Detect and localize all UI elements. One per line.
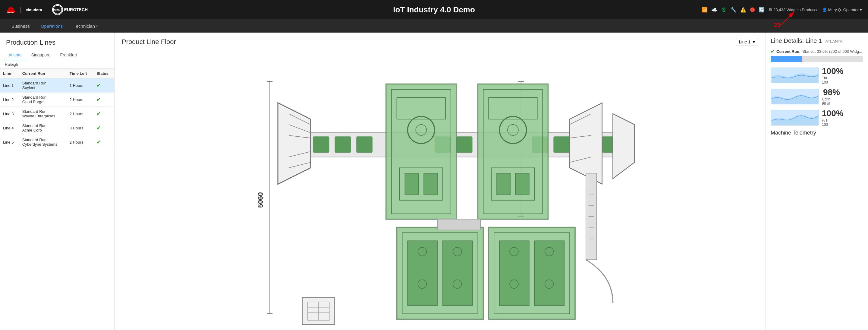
line-selector-chevron-icon: ▾ xyxy=(753,39,755,44)
left-panel: Production Lines Atlanta Singapore Frank… xyxy=(0,33,115,330)
col-current-run: Current Run xyxy=(19,69,67,79)
row5-run: Standard RunCyberdyne Systems xyxy=(19,135,67,149)
col-line: Line xyxy=(0,69,19,79)
svg-rect-56 xyxy=(443,241,472,306)
row1-line: Line 1 xyxy=(0,79,19,93)
svg-rect-38 xyxy=(405,173,418,195)
row2-run: Standard RunGood Burger xyxy=(19,93,67,107)
city-tabs: Atlanta Singapore Frankfurt xyxy=(0,50,114,60)
redhat-logo: redhat xyxy=(6,5,16,14)
floor-header: Product Line Floor Line 1 ▾ xyxy=(115,33,766,49)
nav-business[interactable]: Business xyxy=(6,19,35,33)
warning-icon[interactable]: ⚠️ xyxy=(740,7,746,13)
status-ok-icon: ✔ xyxy=(96,111,101,117)
production-table: Line Current Run Time Left Status Line 1… xyxy=(0,69,114,149)
metric-chart-1 xyxy=(771,67,819,83)
header-left: redhat | cloudera | EURO EUROTECH xyxy=(6,4,88,15)
separator-1: | xyxy=(20,6,22,13)
user-chevron-icon: ▾ xyxy=(860,7,862,12)
row1-time: 1 Hours xyxy=(67,79,93,93)
row4-status: ✔ xyxy=(93,121,114,135)
svg-text:5060: 5060 xyxy=(256,192,264,208)
separator-2: | xyxy=(46,6,48,13)
svg-rect-22 xyxy=(553,136,569,153)
nav-technician[interactable]: Technician ▾ xyxy=(68,19,103,33)
main-content: Production Lines Atlanta Singapore Frank… xyxy=(0,33,868,330)
status-ok-icon: ✔ xyxy=(96,125,101,131)
row3-run: Standard RunWayne Enterprises xyxy=(19,107,67,121)
status-ok-icon: ✔ xyxy=(96,139,101,145)
svg-rect-18 xyxy=(356,136,373,153)
row5-line: Line 5 xyxy=(0,135,19,149)
production-lines-title: Production Lines xyxy=(0,33,114,50)
row5-status: ✔ xyxy=(93,135,114,149)
cloud-icon[interactable]: ☁️ xyxy=(711,7,717,13)
tab-atlanta[interactable]: Atlanta xyxy=(4,50,27,60)
row3-status: ✔ xyxy=(93,107,114,121)
cloudera-logo: cloudera xyxy=(26,7,42,12)
svg-rect-17 xyxy=(335,136,351,153)
eurotech-logo-group: EURO EUROTECH xyxy=(52,4,88,15)
wrench-icon[interactable]: 🔧 xyxy=(731,7,737,13)
svg-rect-20 xyxy=(456,136,472,153)
detail-title: Line Details: Line 1 ATLANTA xyxy=(771,37,863,44)
floor-title: Product Line Floor xyxy=(122,38,176,46)
refresh-icon[interactable]: 🔄 xyxy=(758,7,765,13)
row2-status: ✔ xyxy=(93,93,114,107)
row4-run: Standard RunAcme Corp xyxy=(19,121,67,135)
metric-value-3: 100% % F100 xyxy=(822,109,844,127)
redhat-icon: redhat xyxy=(6,5,16,14)
progress-bar-fill xyxy=(771,56,802,62)
logo-area: redhat | cloudera | EURO EUROTECH xyxy=(6,4,88,15)
metric-wave-3 xyxy=(771,110,818,125)
svg-rect-55 xyxy=(407,241,437,306)
table-row[interactable]: Line 1 Standard RunSoylent 1 Hours ✔ xyxy=(0,79,114,93)
wifi-icon[interactable]: 📶 xyxy=(702,7,708,13)
svg-rect-47 xyxy=(516,173,529,195)
alert-arrow xyxy=(772,7,802,28)
production-table-container: Line Current Run Time Left Status Line 1… xyxy=(0,69,114,330)
table-header-row: Line Current Run Time Left Status xyxy=(0,69,114,79)
row4-line: Line 4 xyxy=(0,121,19,135)
floor-diagram: 2250 5060 xyxy=(115,49,766,330)
eurotech-icon: EURO xyxy=(53,5,62,14)
row4-time: 0 Hours xyxy=(67,121,93,135)
tab-singapore[interactable]: Singapore xyxy=(27,50,56,60)
user-icon: 👤 xyxy=(822,7,827,12)
row1-status: ✔ xyxy=(93,79,114,93)
current-run-section: ✔ Current Run: Stand... 33.5% (202 of 60… xyxy=(771,49,863,62)
progress-bar xyxy=(771,56,863,62)
factory-floor-svg: 2250 5060 xyxy=(115,49,766,330)
metric-row-1: 100% Thr100 xyxy=(771,66,863,85)
eurotech-label: EUROTECH xyxy=(64,7,88,12)
table-row[interactable]: Line 2 Standard RunGood Burger 2 Hours ✔ xyxy=(0,93,114,107)
metric-wave-1 xyxy=(771,68,818,83)
technician-chevron-icon: ▾ xyxy=(96,24,98,28)
metric-value-2: 98% Uptin98 of xyxy=(822,88,840,106)
table-row[interactable]: Line 4 Standard RunAcme Corp 0 Hours ✔ xyxy=(0,121,114,135)
dollar-icon[interactable]: 💲 xyxy=(721,7,727,13)
line-selector[interactable]: Line 1 ▾ xyxy=(736,38,758,46)
status-ok-icon: ✔ xyxy=(96,82,101,88)
table-row[interactable]: Line 3 Standard RunWayne Enterprises 2 H… xyxy=(0,107,114,121)
svg-rect-63 xyxy=(499,241,529,306)
user-info[interactable]: 👤 Mary Q. Operator ▾ xyxy=(822,7,862,12)
alert-icon[interactable]: 🔴 xyxy=(750,7,755,12)
svg-rect-40 xyxy=(478,84,548,219)
nav-operations[interactable]: Operations xyxy=(35,19,68,33)
run-check-icon: ✔ xyxy=(771,49,775,54)
middle-panel: Product Line Floor Line 1 ▾ 2250 xyxy=(115,33,766,330)
table-row[interactable]: Line 5 Standard RunCyberdyne Systems 2 H… xyxy=(0,135,114,149)
svg-text:EURO: EURO xyxy=(54,9,60,11)
metric-wave-2 xyxy=(771,89,818,104)
row2-time: 2 Hours xyxy=(67,93,93,107)
tab-raleigh[interactable]: Raleigh xyxy=(0,60,114,69)
tab-frankfurt[interactable]: Frankfurt xyxy=(55,50,82,60)
row5-time: 2 Hours xyxy=(67,135,93,149)
metric-value-1: 100% Thr100 xyxy=(822,66,844,85)
row3-time: 2 Hours xyxy=(67,107,93,121)
metric-row-3: 100% % F100 xyxy=(771,109,863,127)
city-name: ATLANTA xyxy=(826,39,843,44)
svg-rect-16 xyxy=(313,136,330,153)
navbar: Business Operations Technician ▾ 23 xyxy=(0,19,868,33)
